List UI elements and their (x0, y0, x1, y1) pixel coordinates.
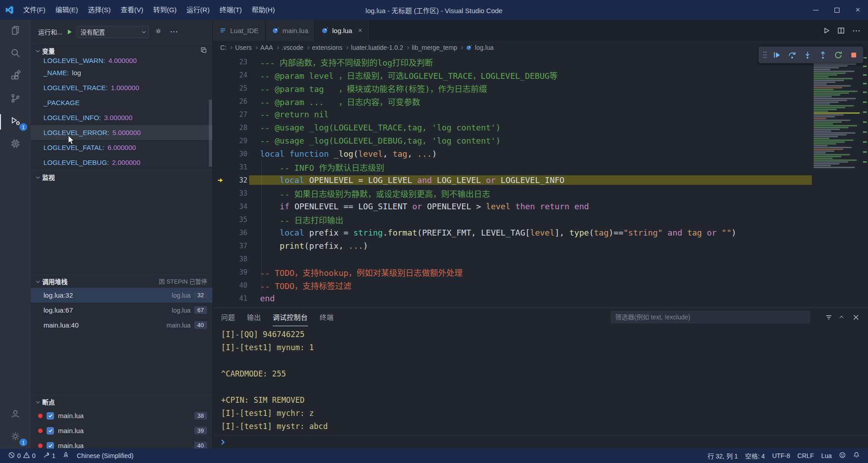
line-text[interactable]: -- @usage _log(LOGLEVEL_TRACE,tag, 'log … (249, 123, 812, 132)
line-text[interactable]: local OPENLEVEL = LOG_LEVEL and LOG_LEVE… (249, 175, 812, 185)
debug-config-dropdown[interactable]: 没有配置 (77, 26, 149, 38)
line-text[interactable]: --- 内部函数，支持不同级别的log打印及判断 (249, 56, 812, 68)
line-text[interactable]: if OPENLEVEL == LOG_SILENT or OPENLEVEL … (249, 202, 812, 211)
debug-console-input[interactable] (213, 435, 868, 449)
line-text[interactable]: local prefix = string.format(PREFIX_FMT,… (249, 228, 812, 237)
step-over-button[interactable] (785, 48, 799, 62)
breakpoint-checkbox[interactable] (47, 442, 54, 449)
panel-tab-调试控制台[interactable]: 调试控制台 (273, 308, 308, 326)
line-text[interactable]: -- @param ... ，日志内容，可变参数 (249, 96, 812, 107)
sidebar-more-actions-icon[interactable]: ⋯ (168, 26, 180, 38)
step-out-button[interactable] (815, 48, 830, 62)
code-line[interactable]: 27-- @return nil (213, 108, 812, 121)
menu-item[interactable]: 选择(S) (83, 0, 116, 20)
code-line[interactable]: 34 if OPENLEVEL == LOG_SILENT or OPENLEV… (213, 200, 812, 213)
variable-row[interactable]: LOGLEVEL_DEBUG:2.000000 (31, 155, 212, 170)
code-line[interactable]: 28-- @usage _log(LOGLEVEL_TRACE,tag, 'lo… (213, 121, 812, 134)
console-filter-input[interactable] (611, 311, 810, 323)
line-text[interactable]: -- @return nil (249, 110, 812, 119)
activity-item-extensions[interactable] (0, 65, 31, 88)
line-text[interactable]: -- TODO，支持标签过滤 (249, 280, 812, 291)
variable-row[interactable]: LOGLEVEL_FATAL:6.000000 (31, 140, 212, 155)
breadcrumb-item[interactable]: extensions (312, 44, 342, 51)
menu-item[interactable]: 编辑(E) (50, 0, 83, 20)
callstack-section-header[interactable]: 调用堆栈 因 STEPIN 已暂停 (31, 274, 212, 288)
start-debug-icon[interactable] (66, 29, 73, 35)
activity-item-explorer[interactable] (0, 20, 31, 43)
console-line[interactable]: [I]-[test1] mychr: z (221, 409, 868, 422)
line-text[interactable]: -- 日志打印输出 (249, 214, 812, 226)
language-mode[interactable]: Lua (818, 449, 835, 463)
editor-tab-log.lua[interactable]: log.lua (315, 20, 370, 41)
breakpoint-item[interactable]: main.lua38 (31, 408, 212, 423)
menu-item[interactable]: 查看(V) (116, 0, 148, 20)
line-text[interactable]: -- @param level ，日志级别，可选LOGLEVEL_TRACE，L… (249, 69, 812, 81)
breakpoint-checkbox[interactable] (47, 412, 54, 420)
activity-item-source-control[interactable] (0, 88, 31, 111)
code-line[interactable]: 32 local OPENLEVEL = LOG_LEVEL and LOG_L… (213, 174, 812, 187)
console-line[interactable]: +CPIN: SIM REMOVED (221, 395, 868, 409)
console-line[interactable] (221, 382, 868, 395)
breakpoint-item[interactable]: main.lua40 (31, 438, 212, 449)
code-line[interactable]: 23--- 内部函数，支持不同级别的log打印及判断 (213, 55, 812, 68)
variable-row[interactable]: LOGLEVEL_TRACE:1.000000 (31, 80, 212, 95)
code-line[interactable]: 31 -- INFO 作为默认日志级别 (213, 160, 812, 174)
callstack-frame[interactable]: log.lua:67log.lua67 (31, 303, 212, 318)
launch-status[interactable] (59, 449, 73, 463)
code-line[interactable]: 36 local prefix = string.format(PREFIX_F… (213, 226, 812, 239)
breadcrumb-item[interactable]: log.lua (466, 44, 493, 51)
menu-item[interactable]: 文件(F) (18, 0, 50, 20)
breadcrumb-item[interactable]: AAA (260, 44, 273, 51)
more-editor-action-icon[interactable]: ⋯ (852, 25, 861, 36)
close-icon[interactable] (849, 310, 863, 324)
panel-tab-终端[interactable]: 终端 (320, 308, 334, 326)
sidebar-scrollbar[interactable] (209, 100, 212, 167)
close-button[interactable] (847, 0, 868, 20)
restart-button[interactable] (831, 48, 845, 62)
breakpoint-item[interactable]: main.lua39 (31, 423, 212, 438)
callstack-frame[interactable]: log.lua:32log.lua32 (31, 288, 212, 303)
minimize-button[interactable] (805, 0, 826, 20)
variable-row[interactable]: LOGLEVEL_ERROR:5.000000 (31, 125, 212, 140)
breakpoint-checkbox[interactable] (47, 427, 54, 434)
breakpoints-section-header[interactable]: 断点 (31, 395, 212, 408)
step-into-button[interactable] (800, 48, 815, 62)
code-line[interactable]: 24-- @param level ，日志级别，可选LOGLEVEL_TRACE… (213, 68, 812, 82)
split-editor-action-icon[interactable] (837, 27, 845, 34)
console-line[interactable]: ^CARDMODE: 255 (221, 369, 868, 382)
code-line[interactable]: 41end (213, 292, 812, 305)
tab-close-icon[interactable] (357, 28, 363, 33)
activity-item-search[interactable] (0, 43, 31, 65)
code-line[interactable]: 40-- TODO，支持标签过滤 (213, 279, 812, 292)
code-line[interactable]: 33 -- 如果日志级别为静默，或设定级别更高，则不输出日志 (213, 187, 812, 200)
code-line[interactable]: 37 print(prefix, ...) (213, 239, 812, 252)
line-text[interactable]: print(prefix, ...) (249, 241, 812, 251)
code-line[interactable]: 30local function _log(level, tag, ...) (213, 147, 812, 160)
continue-button[interactable] (769, 48, 784, 62)
debug-settings-gear-icon[interactable] (153, 26, 164, 38)
code-line[interactable]: 35 -- 日志打印输出 (213, 213, 812, 226)
editor-tab-Luat_IDE[interactable]: Luat_IDE (213, 20, 265, 41)
breadcrumb-item[interactable]: .vscode (282, 44, 304, 51)
line-text[interactable]: -- @param tag ，模块或功能名称(标签)，作为日志前缀 (249, 82, 812, 94)
variable-row[interactable]: _NAME:log (31, 65, 212, 80)
line-text[interactable]: -- @usage _log(LOGLEVEL_DEBUG,tag, 'log … (249, 136, 812, 145)
console-line[interactable]: [I]-[test1] mystr: abcd (221, 422, 868, 435)
menu-item[interactable]: 终端(T) (215, 0, 247, 20)
maximize-button[interactable] (826, 0, 847, 20)
activity-item-settings[interactable]: 1 (0, 426, 31, 449)
run-editor-action-icon[interactable] (822, 27, 830, 34)
problems-status[interactable]: 0 0 (5, 449, 39, 463)
menu-item[interactable]: 帮助(H) (247, 0, 280, 20)
stop-button[interactable] (846, 48, 861, 62)
filter-lines-icon[interactable] (822, 310, 835, 324)
copy-icon[interactable] (200, 47, 207, 55)
console-line[interactable] (221, 356, 868, 369)
code-line[interactable]: 25-- @param tag ，模块或功能名称(标签)，作为日志前缀 (213, 82, 812, 95)
line-text[interactable]: -- TODO，支持hookup，例如对某级别日志做额外处理 (249, 266, 812, 278)
line-text[interactable]: -- INFO 作为默认日志级别 (249, 161, 812, 173)
menu-item[interactable]: 转到(G) (148, 0, 182, 20)
panel-tab-问题[interactable]: 问题 (221, 308, 235, 326)
activity-item-account[interactable] (0, 403, 31, 426)
code-line[interactable]: 29-- @usage _log(LOGLEVEL_DEBUG,tag, 'lo… (213, 134, 812, 147)
